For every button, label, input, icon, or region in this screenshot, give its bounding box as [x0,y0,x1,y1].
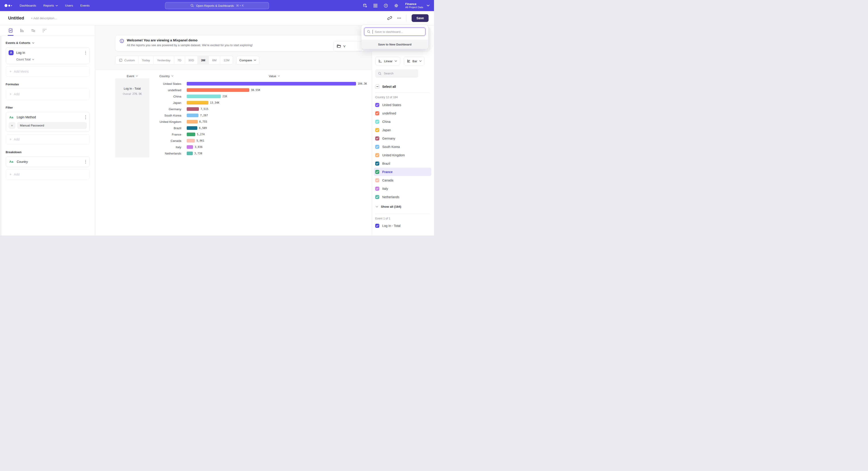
legend-item[interactable]: China [374,117,431,126]
data-management-icon[interactable] [363,3,367,8]
filter-kebab-icon[interactable] [84,115,87,120]
filter-value[interactable]: Manual Password [17,122,87,129]
bar[interactable] [187,145,193,149]
bar[interactable] [187,82,356,86]
legend-checkbox[interactable] [375,128,379,132]
bar[interactable] [187,152,193,155]
mixpanel-logo-icon[interactable] [4,4,12,7]
bar-value-label: 104.3K [358,82,367,85]
legend-checkbox[interactable] [375,161,379,166]
global-search-button[interactable]: Open Reports & Dashboards ⌘ + K [165,2,269,9]
column-header-country[interactable]: Country [149,75,184,78]
copy-link-icon[interactable] [388,16,392,20]
legend-label: United States [382,103,401,107]
chevron-down-icon [56,5,58,6]
nav-item-dashboards[interactable]: Dashboards [20,4,36,7]
tab-retention[interactable] [41,25,48,36]
legend-checkbox[interactable] [375,195,379,199]
add-filter-button[interactable]: +Add [6,134,90,145]
chevron-down-icon [395,60,397,62]
show-all-button[interactable]: Show all (184) [375,203,430,210]
filter-operator[interactable]: = [8,122,16,129]
legend-item[interactable]: Brazil [374,159,431,168]
legend-item[interactable]: Germany [374,134,431,143]
legend-label: Germany [382,137,395,140]
range-7d[interactable]: 7D [174,56,185,64]
legend-item[interactable]: Canada [374,176,431,184]
banner-action-button[interactable]: V [333,41,363,51]
help-icon[interactable]: ? [383,3,388,8]
bar[interactable] [187,101,209,105]
events-cohorts-header[interactable]: Events & Cohorts [6,41,90,45]
report-title[interactable]: Untitled [8,16,24,21]
add-breakdown-button[interactable]: +Add [6,169,90,180]
tab-insights[interactable] [8,25,13,36]
legend-item[interactable]: Netherlands [374,193,431,201]
metric-aggregation[interactable]: Count Total [16,58,87,61]
range-custom[interactable]: Custom [116,56,138,64]
metric-kebab-icon[interactable] [84,51,87,55]
legend-item[interactable]: South Korea [374,143,431,151]
legend-checkbox[interactable] [375,187,379,191]
range-3m[interactable]: 3M [197,56,209,64]
legend-checkbox[interactable] [375,145,379,149]
compare-button[interactable]: Compare [236,56,259,64]
legend-checkbox[interactable] [375,137,379,141]
filter-card[interactable]: Aa Login Method = Manual Password [6,112,90,132]
legend-event-item[interactable]: Log In - Total [374,222,431,230]
legend-item[interactable]: United States [374,101,431,109]
select-all-checkbox[interactable] [375,85,379,89]
range-6m[interactable]: 6M [209,56,220,64]
legend-item[interactable]: United Kingdom [374,151,431,159]
legend-item[interactable]: undefined [374,109,431,117]
legend-item[interactable]: Japan [374,126,431,134]
bar[interactable] [187,120,198,123]
chevron-down-icon [419,60,422,62]
bar[interactable] [187,133,195,136]
range-yesterday[interactable]: Yesterday [154,56,174,64]
legend-event-checkbox[interactable] [375,224,379,228]
legend-item[interactable]: Italy [374,184,431,193]
apps-grid-icon[interactable] [373,3,378,8]
legend-checkbox[interactable] [375,153,379,157]
chart-type-button[interactable]: Bar [404,57,425,65]
column-header-value[interactable]: Value [184,75,365,78]
bar[interactable] [187,107,199,111]
bar[interactable] [187,114,198,117]
nav-item-reports[interactable]: Reports [43,4,58,7]
scale-selector-button[interactable]: Linear [375,57,400,65]
project-switcher[interactable]: Finance All Project Data [405,2,430,9]
bar[interactable] [187,126,197,130]
legend-item[interactable]: France [374,168,431,176]
legend-checkbox[interactable] [375,120,379,124]
bar[interactable] [187,139,195,143]
range-30d[interactable]: 30D [185,56,197,64]
range-today[interactable]: Today [138,56,154,64]
breakdown-kebab-icon[interactable] [84,159,87,164]
range-12m[interactable]: 12M [220,56,233,64]
save-to-dashboard-input[interactable]: Save to dashboard... [364,28,426,36]
add-description-field[interactable]: + Add description... [31,17,57,20]
nav-item-events[interactable]: Events [80,4,90,7]
breakdown-card[interactable]: Aa Country [6,156,90,167]
top-nav: Dashboards Reports Users Events Open Rep… [0,0,434,11]
legend-checkbox[interactable] [375,170,379,174]
nav-item-users[interactable]: Users [65,4,73,7]
bar[interactable] [187,94,221,98]
more-options-icon[interactable] [397,16,401,20]
legend-search-input[interactable]: Search [375,69,418,78]
column-header-event[interactable]: Event [115,75,149,78]
bar[interactable] [187,88,249,92]
legend-checkbox[interactable] [375,178,379,182]
legend-checkbox[interactable] [375,111,379,115]
add-metric-button[interactable]: +Add Metric [6,66,90,77]
tab-flows[interactable] [30,25,36,36]
metric-card[interactable]: A Log In Count Total [6,47,90,64]
settings-gear-icon[interactable] [394,3,399,8]
save-to-new-dashboard-button[interactable]: Save to New Dashboard [362,40,428,49]
save-button[interactable]: Save [412,14,429,22]
select-all-row[interactable]: Select all [375,84,430,89]
tab-funnels[interactable] [19,25,25,36]
add-formula-button[interactable]: +Add [6,88,90,100]
legend-checkbox[interactable] [375,103,379,107]
